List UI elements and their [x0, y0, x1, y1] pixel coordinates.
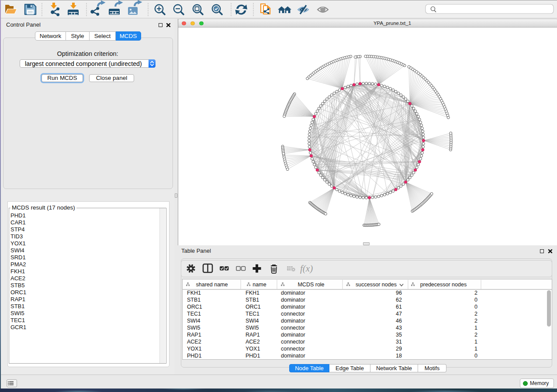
svg-text:FKH1: FKH1	[187, 290, 201, 296]
svg-text:connector: connector	[281, 346, 305, 352]
svg-text:TEC1: TEC1	[246, 311, 259, 317]
svg-text:f(x): f(x)	[300, 263, 313, 274]
svg-text:predecessor nodes: predecessor nodes	[420, 282, 467, 288]
svg-text:2: 2	[474, 290, 477, 296]
svg-text:43: 43	[396, 325, 402, 331]
svg-text:STB1: STB1	[187, 297, 201, 303]
svg-text:2: 2	[474, 311, 477, 317]
svg-text:ORC1: ORC1	[187, 304, 202, 310]
svg-text:STB1: STB1	[246, 297, 259, 303]
svg-text:dominator: dominator	[281, 290, 305, 296]
svg-text:2: 2	[474, 332, 477, 338]
svg-text:PHD1: PHD1	[246, 353, 260, 359]
svg-text:18: 18	[396, 353, 402, 359]
svg-text:61: 61	[396, 304, 402, 310]
svg-text:PHD1: PHD1	[187, 353, 201, 359]
svg-text:29: 29	[396, 346, 402, 352]
svg-text:SWI4: SWI4	[246, 318, 259, 324]
svg-text:96: 96	[396, 290, 402, 296]
svg-text:0: 0	[474, 304, 477, 310]
svg-text:SWI4: SWI4	[187, 318, 201, 324]
svg-text:1: 1	[474, 346, 477, 352]
svg-text:35: 35	[396, 332, 402, 338]
svg-text:FKH1: FKH1	[246, 290, 259, 296]
svg-text:connector: connector	[281, 339, 305, 345]
svg-text:47: 47	[396, 311, 402, 317]
svg-text:RAP1: RAP1	[187, 332, 201, 338]
svg-text:connector: connector	[281, 311, 305, 317]
svg-text:name: name	[253, 282, 266, 288]
svg-text:31: 31	[396, 339, 402, 345]
svg-text:SWI5: SWI5	[187, 325, 201, 331]
svg-text:dominator: dominator	[281, 353, 305, 359]
svg-text:dominator: dominator	[281, 297, 305, 303]
svg-text:shared name: shared name	[196, 282, 228, 288]
svg-text:1: 1	[474, 325, 477, 331]
svg-text:MCDS role: MCDS role	[298, 282, 324, 288]
svg-text:0: 0	[474, 353, 477, 359]
svg-text:connector: connector	[281, 325, 305, 331]
svg-text:dominator: dominator	[281, 318, 305, 324]
svg-text:successor nodes: successor nodes	[356, 282, 397, 288]
svg-text:SWI5: SWI5	[246, 325, 259, 331]
svg-text:1: 1	[474, 339, 477, 345]
svg-text:dominator: dominator	[281, 332, 305, 338]
svg-text:ORC1: ORC1	[246, 304, 261, 310]
svg-text:62: 62	[396, 297, 402, 303]
svg-text:ACE2: ACE2	[246, 339, 260, 345]
svg-text:2: 2	[474, 318, 477, 324]
svg-text:RAP1: RAP1	[246, 332, 260, 338]
svg-text:46: 46	[396, 318, 402, 324]
svg-text:YOX1: YOX1	[187, 346, 201, 352]
svg-text:YOX1: YOX1	[246, 346, 260, 352]
svg-text:TEC1: TEC1	[187, 311, 201, 317]
svg-text:dominator: dominator	[281, 304, 305, 310]
svg-text:ACE2: ACE2	[187, 339, 201, 345]
svg-text:0: 0	[474, 297, 477, 303]
